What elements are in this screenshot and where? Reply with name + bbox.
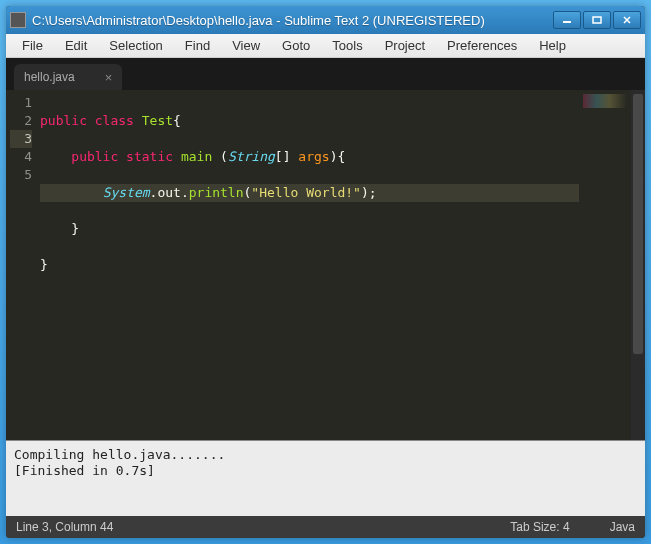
minimize-icon (562, 16, 572, 24)
menu-view[interactable]: View (222, 35, 270, 56)
status-cursor[interactable]: Line 3, Column 44 (16, 520, 113, 534)
code-line: public class Test{ (40, 112, 579, 130)
menu-project[interactable]: Project (375, 35, 435, 56)
app-icon (10, 12, 26, 28)
maximize-button[interactable] (583, 11, 611, 29)
svg-rect-0 (563, 21, 571, 23)
line-number: 2 (10, 112, 32, 130)
code-line: } (40, 256, 579, 274)
status-language[interactable]: Java (610, 520, 635, 534)
status-tab-size[interactable]: Tab Size: 4 (510, 520, 569, 534)
menu-find[interactable]: Find (175, 35, 220, 56)
menu-help[interactable]: Help (529, 35, 576, 56)
line-number: 4 (10, 148, 32, 166)
console-line: Compiling hello.java....... (14, 447, 637, 463)
line-number: 5 (10, 166, 32, 184)
vertical-scrollbar[interactable] (631, 90, 645, 440)
close-icon (622, 16, 632, 24)
console-line: [Finished in 0.7s] (14, 463, 637, 479)
code-line: public static main (String[] args){ (40, 148, 579, 166)
minimap[interactable] (579, 90, 631, 440)
app-window: C:\Users\Administrator\Desktop\hello.jav… (6, 6, 645, 538)
titlebar[interactable]: C:\Users\Administrator\Desktop\hello.jav… (6, 6, 645, 34)
menu-preferences[interactable]: Preferences (437, 35, 527, 56)
menu-tools[interactable]: Tools (322, 35, 372, 56)
window-title: C:\Users\Administrator\Desktop\hello.jav… (32, 13, 553, 28)
build-output[interactable]: Compiling hello.java....... [Finished in… (6, 440, 645, 516)
menubar: File Edit Selection Find View Goto Tools… (6, 34, 645, 58)
window-controls (553, 11, 641, 29)
editor[interactable]: 1 2 3 4 5 public class Test{ public stat… (6, 90, 645, 440)
menu-edit[interactable]: Edit (55, 35, 97, 56)
code-line: System.out.println("Hello World!"); (40, 184, 579, 202)
menu-file[interactable]: File (12, 35, 53, 56)
line-number: 3 (10, 130, 32, 148)
statusbar: Line 3, Column 44 Tab Size: 4 Java (6, 516, 645, 538)
tab-bar: hello.java × (6, 58, 645, 90)
tab-hello-java[interactable]: hello.java × (14, 64, 122, 90)
menu-goto[interactable]: Goto (272, 35, 320, 56)
maximize-icon (592, 16, 602, 24)
gutter: 1 2 3 4 5 (6, 90, 40, 440)
code-line: } (40, 220, 579, 238)
minimize-button[interactable] (553, 11, 581, 29)
scrollbar-thumb[interactable] (633, 94, 643, 354)
close-button[interactable] (613, 11, 641, 29)
line-number: 1 (10, 94, 32, 112)
tab-label: hello.java (24, 70, 75, 84)
minimap-preview (583, 94, 627, 108)
svg-rect-1 (593, 17, 601, 23)
code-area[interactable]: public class Test{ public static main (S… (40, 90, 579, 440)
menu-selection[interactable]: Selection (99, 35, 172, 56)
tab-close-icon[interactable]: × (105, 70, 113, 85)
